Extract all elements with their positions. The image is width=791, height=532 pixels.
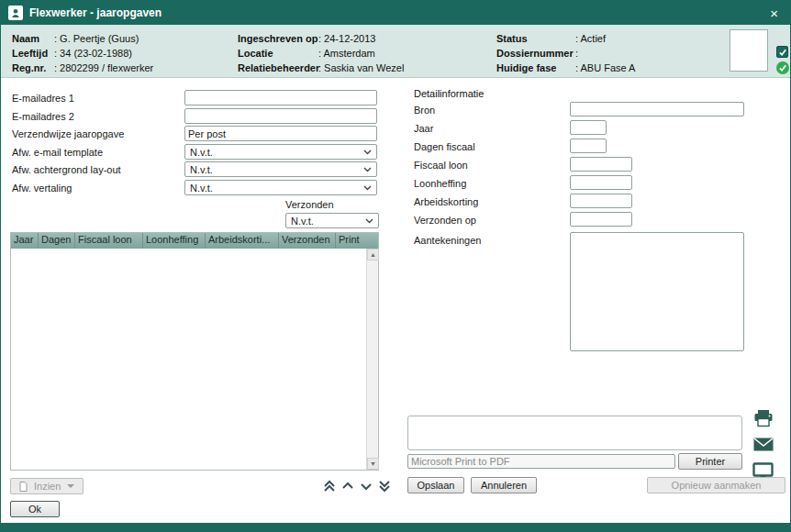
scroll-up-icon[interactable]: ▲	[367, 249, 379, 260]
close-icon[interactable]: ×	[765, 6, 783, 21]
relatiebeheerder-label: Relatiebeheerder	[238, 62, 318, 73]
fiscaal-loon-label: Fiscaal loon	[414, 160, 468, 171]
dagen-fiscaal-input[interactable]	[570, 139, 607, 153]
dossiernummer-label: Dossiernummer	[496, 48, 575, 59]
email-icon[interactable]	[753, 438, 774, 455]
loonheffing-label: Loonheffing	[414, 178, 466, 189]
table-header-loonheffing: Loonheffing	[143, 233, 206, 249]
printer-icon[interactable]	[753, 409, 774, 431]
verzonden-filter-value: N.v.t.	[291, 216, 314, 227]
inzien-label: Inzien	[34, 481, 61, 492]
inzien-button[interactable]: Inzien	[10, 478, 84, 494]
huidige-fase-value: : ABU Fase A	[575, 62, 635, 73]
header-column-1: Naam: G. Peertje (Guus) Leeftijd: 34 (23…	[12, 31, 153, 75]
opnieuw-aanmaken-button[interactable]: Opnieuw aanmaken	[647, 477, 785, 493]
move-bottom-icon[interactable]	[377, 479, 392, 493]
dagen-fiscaal-label: Dagen fiscaal	[414, 141, 475, 152]
header-checkbox[interactable]	[776, 46, 788, 58]
fiscaal-loon-input[interactable]	[570, 157, 632, 172]
verzonden-filter-label: Verzonden	[285, 199, 334, 210]
table-scrollbar[interactable]: ▲ ▼	[366, 249, 378, 470]
opnieuw-aanmaken-label: Opnieuw aanmaken	[672, 480, 762, 491]
verzonden-op-label: Verzonden op	[414, 215, 476, 226]
afw-vertaling-value: N.v.t.	[190, 183, 213, 194]
email1-label: E-mailadres 1	[12, 93, 74, 104]
email1-input[interactable]	[184, 90, 377, 105]
printer-button[interactable]: Printer	[678, 453, 742, 470]
table-header-print: Print	[336, 233, 378, 249]
status-label: Status	[496, 33, 575, 44]
table-header-verzonden: Verzonden	[279, 233, 336, 249]
locatie-label: Locatie	[238, 48, 318, 59]
loonheffing-input[interactable]	[570, 175, 632, 190]
chevron-down-icon	[363, 167, 372, 172]
move-down-icon[interactable]	[359, 479, 373, 493]
verzendwijze-label: Verzendwijze jaaropgave	[12, 128, 124, 139]
table-header-dagen: Dagen	[39, 233, 75, 249]
annuleren-button[interactable]: Annuleren	[471, 477, 537, 493]
flexwerker-jaaropgaven-window: Flexwerker - jaaropgaven × Naam: G. Peer…	[0, 0, 791, 532]
chevron-down-icon	[363, 150, 372, 155]
huidige-fase-label: Huidige fase	[496, 62, 575, 73]
status-ok-icon	[776, 61, 789, 74]
scroll-down-icon[interactable]: ▼	[367, 458, 379, 470]
window-title: Flexwerker - jaaropgaven	[29, 6, 765, 19]
person-info-header: Naam: G. Peertje (Guus) Leeftijd: 34 (23…	[1, 25, 790, 78]
aantekeningen-textarea[interactable]	[570, 232, 744, 351]
jaar-input[interactable]	[570, 120, 607, 135]
email2-input[interactable]	[184, 108, 377, 124]
move-up-icon[interactable]	[340, 479, 355, 493]
chevron-down-icon	[67, 484, 74, 488]
afw-achtergrond-select[interactable]: N.v.t.	[184, 161, 377, 177]
verzendwijze-input[interactable]	[184, 126, 377, 141]
regnr-value: : 2802299 / flexwerker	[54, 62, 153, 73]
bron-input[interactable]	[570, 102, 744, 116]
locatie-value: : Amsterdam	[318, 48, 375, 59]
naam-value: : G. Peertje (Guus)	[54, 33, 139, 44]
dossiernummer-value: :	[575, 48, 578, 59]
afw-vertaling-label: Afw. vertaling	[12, 183, 72, 194]
chevron-down-icon	[365, 218, 373, 224]
aantekeningen-label: Aantekeningen	[414, 235, 481, 246]
naam-label: Naam	[12, 33, 54, 44]
afw-email-template-select[interactable]: N.v.t.	[184, 144, 377, 160]
ingeschreven-value: : 24-12-2013	[318, 33, 375, 44]
detail-heading: Detailinformatie	[414, 88, 484, 99]
ok-label: Ok	[28, 504, 41, 515]
printer-button-label: Printer	[696, 456, 725, 467]
move-top-icon[interactable]	[322, 479, 337, 493]
app-icon	[8, 6, 23, 20]
regnr-label: Reg.nr.	[12, 62, 54, 73]
opslaan-button[interactable]: Opslaan	[407, 477, 464, 493]
ingeschreven-label: Ingeschreven op	[238, 33, 318, 44]
afw-achtergrond-value: N.v.t.	[190, 164, 213, 175]
verzonden-filter-select[interactable]: N.v.t.	[285, 213, 379, 228]
afw-email-template-value: N.v.t.	[190, 147, 213, 158]
table-header-row: Jaar Dagen Fiscaal loon Loonheffing Arbe…	[11, 233, 378, 249]
email2-label: E-mailadres 2	[12, 111, 74, 122]
jaar-label: Jaar	[414, 123, 433, 134]
table-header-fiscaal-loon: Fiscaal loon	[75, 233, 143, 249]
annuleren-label: Annuleren	[481, 480, 527, 491]
print-message-box	[407, 416, 742, 450]
printer-name-field[interactable]	[407, 454, 675, 469]
verzonden-op-input[interactable]	[570, 212, 632, 227]
leeftijd-label: Leeftijd	[12, 48, 54, 59]
row-navigation	[322, 479, 392, 493]
arbeidskorting-input[interactable]	[570, 194, 632, 208]
document-icon	[19, 482, 28, 492]
ok-button[interactable]: Ok	[10, 501, 60, 517]
table-header-jaar: Jaar	[11, 233, 39, 249]
jaaropgaven-table: Jaar Dagen Fiscaal loon Loonheffing Arbe…	[10, 232, 379, 471]
afw-vertaling-select[interactable]: N.v.t.	[184, 180, 377, 195]
arbeidskorting-label: Arbeidskorting	[414, 196, 478, 207]
afw-email-template-label: Afw. e-mail template	[12, 147, 103, 158]
bron-label: Bron	[414, 105, 435, 116]
chevron-down-icon	[363, 185, 372, 191]
header-column-3: Status: Actief Dossiernummer: Huidige fa…	[496, 31, 635, 75]
photo-placeholder	[730, 29, 768, 72]
bottom-bar	[1, 523, 790, 531]
status-value: : Actief	[575, 33, 606, 44]
table-body-empty	[11, 249, 366, 470]
opslaan-label: Opslaan	[418, 480, 455, 491]
